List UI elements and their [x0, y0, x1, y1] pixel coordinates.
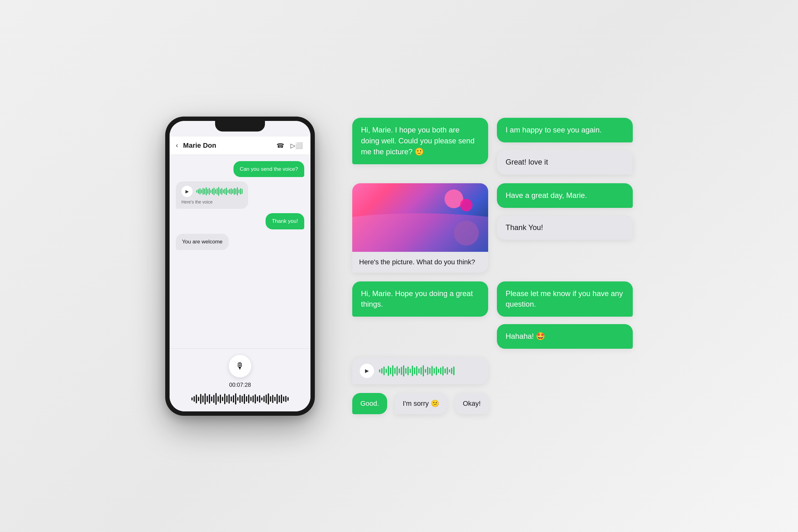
phone-wrapper: ‹ Marie Don ☎ ▷⬜ Can you send the voice?… — [165, 117, 315, 416]
microphone-button[interactable]: 🎙 — [229, 355, 251, 377]
bubble-picture: Here's the picture. What do you think? — [352, 183, 488, 273]
message-sent-1: Can you send the voice? — [233, 161, 304, 177]
voice-label: Here's the voice — [182, 200, 243, 205]
bubble-good: Good. — [352, 393, 387, 414]
play-button[interactable]: ▶ — [182, 186, 193, 197]
bubble-happy: I am happy to see you again. — [497, 118, 633, 142]
bubble-okay: Okay! — [455, 393, 489, 414]
bubble-hahaha: Hahaha! 🤩 — [497, 324, 633, 349]
waveform-phone — [196, 187, 243, 196]
main-container: ‹ Marie Don ☎ ▷⬜ Can you send the voice?… — [140, 92, 658, 441]
phone-bottom-controls: 🎙 00:07:28 — [170, 348, 310, 412]
voice-controls: ▶ — [182, 186, 243, 197]
chat-bubbles-section: Hi, Marie. I hope you both are doing wel… — [352, 118, 633, 414]
contact-name: Marie Don — [183, 141, 271, 150]
circle-decoration-2 — [460, 199, 473, 211]
play-button-right[interactable]: ▶ — [360, 364, 374, 378]
bubble-hope-great: Hi, Marie. Hope you doing a great things… — [352, 281, 488, 317]
waveform-right — [379, 365, 455, 377]
bubble-have-great-day: Have a great day, Marie. — [497, 183, 633, 208]
bubble-please-let-me-know: Please let me know if you have any quest… — [497, 281, 633, 317]
phone-screen: ‹ Marie Don ☎ ▷⬜ Can you send the voice?… — [170, 121, 310, 412]
picture-image — [352, 183, 488, 252]
circle-decoration-3 — [454, 221, 479, 246]
recording-timer: 00:07:28 — [229, 382, 251, 388]
phone-messages: Can you send the voice? ▶ Here's the voi… — [170, 155, 310, 348]
phone-device: ‹ Marie Don ☎ ▷⬜ Can you send the voice?… — [165, 117, 315, 416]
voice-message-received: ▶ Here's the voice — [176, 182, 248, 209]
message-sent-2: Thank you! — [266, 213, 304, 229]
message-received-1: You are welcome — [176, 234, 229, 250]
picture-caption: Here's the picture. What do you think? — [352, 252, 488, 273]
back-button[interactable]: ‹ — [176, 141, 178, 150]
video-icon[interactable]: ▷⬜ — [290, 142, 303, 149]
phone-action-icons: ☎ ▷⬜ — [277, 142, 303, 149]
bottom-row-bubbles: Good. I'm sorry 😕 Okay! — [352, 393, 633, 414]
voice-bubble-right: ▶ — [352, 358, 488, 384]
phone-notch — [215, 121, 265, 132]
bubble-great-love: Great! love it — [497, 150, 633, 174]
bubble-greeting: Hi, Marie. I hope you both are doing wel… — [352, 118, 488, 164]
bubble-sorry: I'm sorry 😕 — [395, 393, 447, 414]
recording-waveform — [191, 393, 289, 405]
phone-header: ‹ Marie Don ☎ ▷⬜ — [170, 136, 310, 155]
call-icon[interactable]: ☎ — [277, 142, 284, 149]
bubble-thank-you: Thank You! — [497, 215, 633, 240]
